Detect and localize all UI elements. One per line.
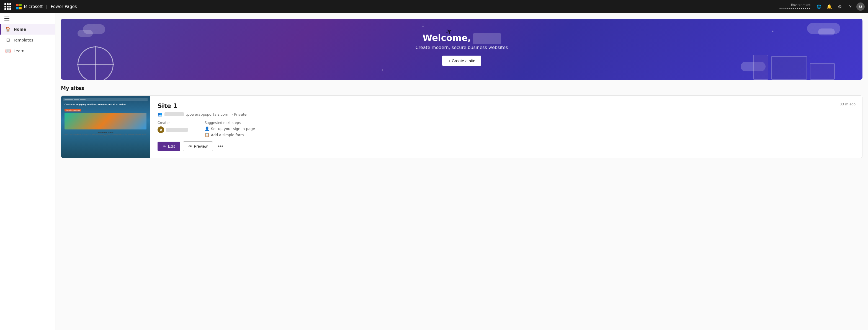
site-actions: ✏ Edit 👁 Preview ••• — [158, 141, 855, 151]
sidebar: 🏠 Home ⊞ Templates 📖 Learn — [0, 13, 55, 330]
globe-decoration — [78, 46, 114, 80]
site-card-info: 33 m ago Site 1 👥 .powerappsportals.com … — [150, 96, 862, 158]
preview-nav-link-2 — [74, 99, 79, 100]
help-icon: ? — [849, 4, 852, 9]
tablet-illustration — [810, 63, 835, 80]
monitor-illustration — [771, 56, 807, 80]
home-icon: 🏠 — [5, 27, 11, 32]
next-step-add-form-label: Add a simple form — [211, 133, 244, 137]
preview-topbar — [63, 98, 148, 101]
sidebar-item-learn[interactable]: 📖 Learn — [0, 45, 55, 56]
next-steps-list: 👤 Set up your sign in page 📋 Add a simpl… — [205, 126, 255, 137]
cloud-decoration-5 — [818, 29, 835, 35]
gear-icon: ⚙ — [838, 4, 842, 9]
topnav-icons: 🌐 🔔 ⚙ ? U — [814, 2, 865, 11]
preview-intro-title: Introduction section — [64, 132, 147, 133]
app-body: 🏠 Home ⊞ Templates 📖 Learn ✈ — [0, 13, 868, 330]
notifications-button[interactable]: 🔔 — [825, 2, 834, 11]
creator-value: U — [158, 126, 188, 133]
next-step-add-form[interactable]: 📋 Add a simple form — [205, 132, 255, 137]
sidebar-item-home-label: Home — [13, 27, 26, 32]
creator-avatar: U — [158, 126, 164, 133]
my-sites-title: My sites — [61, 85, 863, 91]
main-content: ✈ ✦ ✦ ✦ Welcome, Create modern, secure b… — [55, 13, 868, 330]
device-illustrations — [753, 55, 835, 80]
site-url-domain: .powerappsportals.com — [186, 112, 228, 117]
preview-nav-link-1 — [64, 99, 73, 100]
waffle-menu-button[interactable] — [3, 2, 12, 11]
bell-icon: 🔔 — [827, 4, 832, 9]
star-decoration-3: ✦ — [772, 30, 774, 33]
create-site-button[interactable]: + Create a site — [442, 56, 482, 66]
settings-button[interactable]: ⚙ — [835, 2, 844, 11]
environment-icon-button[interactable]: 🌐 — [814, 2, 823, 11]
brand-area: Microsoft | Power Pages — [16, 4, 77, 9]
product-name: Power Pages — [51, 4, 77, 9]
next-steps-group: Suggested next steps 👤 Set up your sign … — [205, 121, 255, 137]
site-card: Create an engaging headline, welcome, or… — [61, 95, 863, 158]
top-navigation: Microsoft | Power Pages Environment ••••… — [0, 0, 868, 13]
waffle-icon — [4, 3, 11, 10]
preview-button[interactable]: 👁 Preview — [183, 141, 213, 151]
my-sites-section: My sites Create an engaging headline, we… — [55, 80, 868, 164]
star-decoration-2: ✦ — [381, 69, 383, 71]
hero-title-row: Welcome, — [415, 33, 508, 45]
preview-intro-section: Introduction section Create a short para… — [63, 131, 148, 137]
creator-name-blurred — [166, 128, 188, 132]
more-options-button[interactable]: ••• — [216, 142, 225, 151]
hero-subtitle: Create modern, secure business websites — [415, 45, 508, 50]
sidebar-item-templates-label: Templates — [13, 38, 33, 42]
preview-hero-text: Create an engaging headline, welcome, or… — [63, 103, 148, 106]
next-step-sign-in[interactable]: 👤 Set up your sign in page — [205, 126, 255, 131]
sidebar-item-home[interactable]: 🏠 Home — [0, 24, 55, 35]
preview-nav-link-3 — [80, 99, 86, 100]
hero-banner: ✈ ✦ ✦ ✦ Welcome, Create modern, secure b… — [61, 19, 863, 80]
hamburger-icon — [4, 16, 9, 21]
site-name: Site 1 — [158, 102, 855, 109]
env-label: Environment — [791, 3, 810, 7]
site-preview-thumbnail[interactable]: Create an engaging headline, welcome, or… — [61, 96, 150, 158]
site-timestamp: 33 m ago — [840, 102, 856, 106]
preview-image — [64, 113, 147, 129]
sidebar-nav: 🏠 Home ⊞ Templates 📖 Learn — [0, 24, 55, 56]
help-button[interactable]: ? — [846, 2, 855, 11]
site-url-row: 👥 .powerappsportals.com - Private — [158, 112, 855, 117]
microsoft-logo — [16, 4, 22, 9]
sidebar-item-templates[interactable]: ⊞ Templates — [0, 35, 55, 45]
next-step-sign-in-label: Set up your sign in page — [211, 127, 255, 131]
learn-icon: 📖 — [5, 48, 11, 54]
edit-label: Edit — [168, 144, 175, 148]
site-preview-inner: Create an engaging headline, welcome, or… — [61, 96, 150, 158]
edit-icon: ✏ — [163, 144, 166, 148]
preview-label: Preview — [194, 144, 208, 148]
preview-intro-text: Create a short paragraph that shows your… — [64, 134, 147, 136]
site-meta-row: Creator U Suggested next steps 👤 — [158, 121, 855, 137]
env-name: •••••••••••••••• — [779, 7, 810, 10]
brand-separator: | — [46, 4, 48, 9]
phone-illustration — [753, 55, 768, 80]
preview-icon: 👁 — [188, 144, 192, 148]
brand-name: Microsoft — [24, 4, 43, 9]
preview-cta-button: Apply for assistance — [64, 109, 81, 111]
hamburger-button[interactable] — [0, 13, 55, 24]
star-decoration-1: ✦ — [422, 24, 425, 28]
user-avatar[interactable]: U — [856, 2, 865, 11]
sign-in-icon: 👤 — [205, 126, 209, 131]
creator-label: Creator — [158, 121, 188, 125]
next-steps-label: Suggested next steps — [205, 121, 255, 125]
edit-button[interactable]: ✏ Edit — [158, 142, 180, 151]
hero-title: Welcome, — [423, 33, 471, 43]
creator-group: Creator U — [158, 121, 188, 137]
hero-content: Welcome, Create modern, secure business … — [415, 33, 508, 66]
add-form-icon: 📋 — [205, 132, 209, 137]
sidebar-item-learn-label: Learn — [13, 49, 24, 53]
templates-icon: ⊞ — [5, 37, 11, 43]
site-visibility: - Private — [231, 112, 246, 117]
users-icon: 👥 — [158, 112, 162, 117]
cloud-decoration-2 — [78, 30, 93, 37]
environment-info: Environment •••••••••••••••• — [779, 3, 810, 10]
site-url-blurred — [164, 112, 184, 116]
hero-username-blurred — [473, 33, 501, 44]
